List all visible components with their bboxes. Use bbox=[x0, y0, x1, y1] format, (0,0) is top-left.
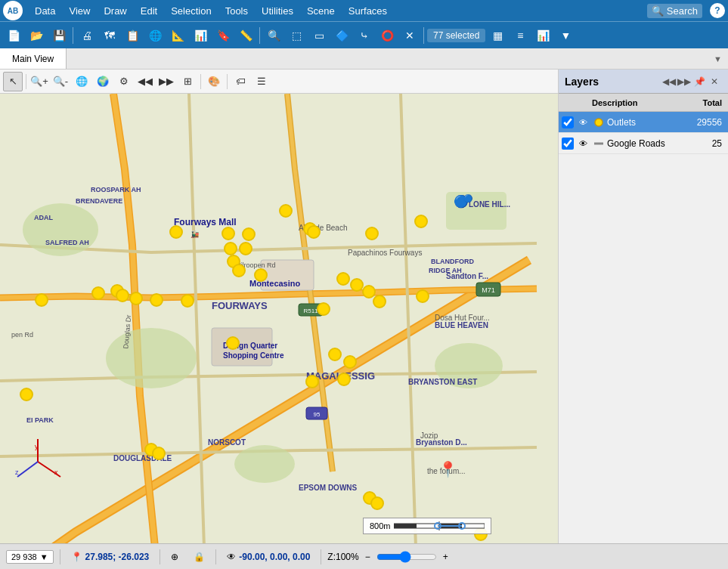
attribute-table-button[interactable]: ▦ bbox=[487, 25, 508, 46]
svg-text:BRENDAVERE: BRENDAVERE bbox=[76, 197, 122, 205]
tab-dropdown[interactable]: ▼ bbox=[708, 51, 728, 66]
menu-view[interactable]: View bbox=[63, 4, 96, 18]
app-logo: AB bbox=[3, 1, 23, 20]
layers-collapse-btn[interactable]: ◀◀ bbox=[661, 74, 677, 89]
print-button[interactable]: 🖨 bbox=[76, 25, 98, 46]
zoom-plus-btn[interactable]: + bbox=[440, 552, 451, 562]
outlet-marker-18[interactable] bbox=[279, 204, 293, 218]
zoom-minus-btn[interactable]: − bbox=[362, 552, 373, 562]
grid-btn[interactable]: ⊞ bbox=[178, 72, 197, 91]
menu-data[interactable]: Data bbox=[29, 4, 61, 18]
outlet-marker-8[interactable] bbox=[169, 225, 183, 239]
explore-button[interactable]: 🔍 bbox=[263, 25, 284, 46]
layers-pin-btn[interactable]: 📌 bbox=[692, 74, 707, 89]
nav-forward-btn[interactable]: ▶▶ bbox=[156, 72, 176, 91]
outlet-marker-29[interactable] bbox=[373, 295, 386, 308]
open-button[interactable]: 📂 bbox=[26, 25, 47, 46]
outlet-marker-14[interactable] bbox=[239, 242, 252, 255]
outlet-marker-37[interactable] bbox=[414, 215, 428, 228]
nav-back-btn[interactable]: ◀◀ bbox=[135, 72, 155, 91]
outlet-marker-21[interactable] bbox=[317, 302, 330, 316]
outlet-marker-35[interactable] bbox=[416, 289, 429, 303]
zoom-out-btn[interactable]: 🔍- bbox=[51, 72, 70, 91]
new-button[interactable]: 📄 bbox=[3, 25, 24, 46]
select-poly-button[interactable]: 🔷 bbox=[331, 25, 352, 46]
layer-roads-checkbox[interactable] bbox=[562, 138, 574, 150]
select-circle-button[interactable]: ⭕ bbox=[376, 25, 398, 46]
select-button[interactable]: ⬚ bbox=[286, 25, 307, 46]
help-button[interactable]: ? bbox=[710, 3, 725, 18]
outlet-marker-31[interactable] bbox=[370, 496, 384, 510]
globe-button[interactable]: 🌐 bbox=[144, 25, 166, 46]
gps-status[interactable]: ⊕ bbox=[166, 552, 183, 562]
style-btn[interactable]: 🎨 bbox=[204, 72, 224, 91]
layer-roads-eye[interactable]: 👁 bbox=[577, 138, 589, 150]
menu-surfaces[interactable]: Surfaces bbox=[342, 4, 393, 18]
outlet-marker-7[interactable] bbox=[150, 293, 163, 307]
layer-row-google-roads[interactable]: 👁 Google Roads 25 bbox=[559, 133, 728, 154]
map-settings-btn[interactable]: ⚙ bbox=[114, 72, 134, 91]
deselect-button[interactable]: ✕ bbox=[399, 25, 420, 46]
crs-button[interactable]: 29 938 ▼ bbox=[6, 550, 54, 564]
outlet-marker-15[interactable] bbox=[242, 227, 256, 241]
tab-main-view[interactable]: Main View bbox=[0, 48, 67, 69]
select-lasso-button[interactable]: ⤷ bbox=[354, 25, 375, 46]
search-bar[interactable]: 🔍 Search bbox=[647, 4, 702, 18]
outlet-marker-5[interactable] bbox=[116, 289, 129, 302]
menu-edit[interactable]: Edit bbox=[135, 4, 163, 18]
outlet-marker-2[interactable] bbox=[35, 293, 48, 307]
excel-button[interactable]: 📊 bbox=[532, 25, 553, 46]
measure-button[interactable]: 📏 bbox=[235, 25, 256, 46]
zoom-slider[interactable] bbox=[376, 551, 437, 563]
layers-btn[interactable]: ☰ bbox=[252, 72, 271, 91]
lock-status[interactable]: 🔒 bbox=[189, 552, 209, 562]
forum-pin[interactable]: 📍 bbox=[438, 460, 457, 478]
outlet-marker-23[interactable] bbox=[336, 272, 350, 286]
menu-tools[interactable]: Tools bbox=[219, 4, 254, 18]
outlet-marker-11[interactable] bbox=[224, 242, 237, 255]
outlet-marker-13[interactable] bbox=[232, 264, 246, 277]
menu-scene[interactable]: Scene bbox=[301, 4, 341, 18]
outlet-marker-16[interactable] bbox=[226, 336, 240, 350]
outlet-marker-1[interactable] bbox=[20, 388, 33, 401]
save-button[interactable]: 💾 bbox=[48, 25, 70, 46]
table-button[interactable]: ≡ bbox=[510, 25, 531, 46]
layer-row-outlets[interactable]: 👁 Outlets 29556 bbox=[559, 112, 728, 133]
map-view[interactable]: M71 R511 95 BRENDAVERE ADAL SALFRED AH E… bbox=[0, 94, 558, 543]
outlet-marker-20[interactable] bbox=[307, 225, 321, 239]
cursor-tool[interactable]: ↖ bbox=[3, 72, 23, 91]
outlet-marker-24[interactable] bbox=[337, 373, 351, 386]
zoom-in-btn[interactable]: 🔍+ bbox=[29, 72, 49, 91]
outlet-marker-3[interactable] bbox=[91, 286, 105, 300]
outlet-marker-34[interactable] bbox=[152, 447, 166, 460]
bookmarks-button[interactable]: 🔖 bbox=[212, 25, 234, 46]
layout-button[interactable]: 📐 bbox=[167, 25, 188, 46]
outlet-marker-22[interactable] bbox=[328, 348, 342, 361]
outlet-marker-25[interactable] bbox=[343, 355, 357, 369]
menu-selection[interactable]: Selection bbox=[165, 4, 217, 18]
outlet-marker-32[interactable] bbox=[305, 375, 319, 388]
layers-title: Layers bbox=[565, 76, 661, 88]
outlet-marker-10[interactable] bbox=[221, 227, 235, 240]
menu-utilities[interactable]: Utilities bbox=[256, 4, 299, 18]
chart-button[interactable]: 📊 bbox=[190, 25, 211, 46]
outlet-marker-9[interactable] bbox=[181, 294, 194, 308]
layer-outlets-eye[interactable]: 👁 bbox=[577, 116, 589, 128]
offline-globe-btn[interactable]: 🌍 bbox=[93, 72, 113, 91]
layers-expand-btn[interactable]: ▶▶ bbox=[677, 74, 692, 89]
map-container: ↖ 🔍+ 🔍- 🌐 🌍 ⚙ ◀◀ ▶▶ ⊞ 🎨 🏷 ☰ bbox=[0, 70, 558, 543]
bookmark-map-btn[interactable]: 🏷 bbox=[231, 72, 250, 91]
toolbar-separator-1 bbox=[73, 27, 73, 44]
select-rect-button[interactable]: ▭ bbox=[308, 25, 330, 46]
outlet-marker-6[interactable] bbox=[129, 292, 143, 305]
catalog-button[interactable]: 📋 bbox=[122, 25, 143, 46]
menu-draw[interactable]: Draw bbox=[98, 4, 132, 18]
map-button[interactable]: 🗺 bbox=[99, 25, 120, 46]
outlet-marker-28[interactable] bbox=[365, 227, 379, 240]
layers-close-btn[interactable]: ✕ bbox=[707, 74, 722, 89]
web-globe-btn[interactable]: 🌐 bbox=[72, 72, 91, 91]
layer-outlets-checkbox[interactable] bbox=[562, 116, 574, 128]
more-button[interactable]: ▼ bbox=[555, 25, 576, 46]
layer-outlets-total: 29556 bbox=[691, 117, 725, 128]
outlet-marker-17[interactable] bbox=[254, 268, 268, 282]
